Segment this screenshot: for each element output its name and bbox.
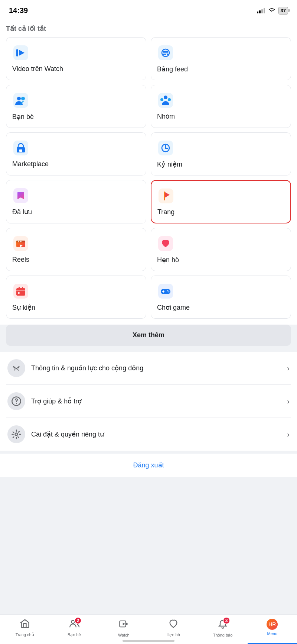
svg-point-45 <box>16 403 17 404</box>
shortcut-tile-watch[interactable]: Video trên Watch <box>6 37 146 80</box>
svg-rect-17 <box>19 149 22 152</box>
svg-rect-8 <box>13 93 28 108</box>
expand-label-settings: Cài đặt & quyền riêng tư <box>31 430 281 438</box>
watch-nav-icon <box>118 619 129 631</box>
svg-point-12 <box>164 96 167 99</box>
expand-label-community: Thông tin & nguồn lực cho cộng đồng <box>31 364 281 372</box>
home-icon <box>20 618 30 631</box>
bottom-nav: Trang chủ 2 Bạn bè Watch Hẹn hò 3 Thông … <box>0 614 297 644</box>
svg-point-14 <box>168 98 171 101</box>
expand-label-help: Trợ giúp & hỗ trợ <box>31 397 281 405</box>
svg-rect-51 <box>126 622 128 625</box>
shortcut-tile-friends[interactable]: Bạn bè <box>6 85 146 128</box>
shortcut-tile-groups[interactable]: Nhóm <box>151 85 291 128</box>
shortcut-tile-saved[interactable]: Đã lưu <box>6 180 146 223</box>
status-time: 14:39 <box>9 6 28 15</box>
shortcut-tile-marketplace[interactable]: Marketplace <box>6 132 146 176</box>
svg-point-46 <box>15 433 18 436</box>
shortcut-tile-pages[interactable]: Trang <box>151 180 291 223</box>
saved-icon <box>12 187 29 204</box>
shortcut-label-feed: Bảng feed <box>157 65 285 73</box>
events-icon: ★ <box>12 283 29 300</box>
chevron-down-icon-community: › <box>287 364 290 373</box>
dating-icon <box>157 235 174 252</box>
signal-bars-icon <box>257 7 265 13</box>
reels-icon <box>12 235 29 252</box>
svg-rect-34 <box>19 287 20 290</box>
status-icons: 37 <box>257 7 288 15</box>
nav-item-friends[interactable]: 2 Bạn bè <box>49 615 99 644</box>
nav-item-notifications[interactable]: 3 Thông báo <box>198 615 247 644</box>
svg-point-13 <box>160 98 163 101</box>
shortcut-label-memories: Kỷ niệm <box>157 160 285 168</box>
svg-marker-50 <box>123 622 125 625</box>
gaming-icon <box>157 283 174 300</box>
handshake-icon <box>7 359 25 377</box>
pages-icon <box>157 187 174 205</box>
page-title: Tất cả lối tắt <box>6 22 291 37</box>
wifi-icon <box>268 7 275 14</box>
svg-rect-41 <box>163 290 164 293</box>
svg-rect-32 <box>16 288 25 296</box>
user-avatar: HR <box>267 619 278 630</box>
watch-icon <box>12 44 29 61</box>
svg-rect-33 <box>16 290 25 291</box>
shortcut-tile-feed[interactable]: Bảng feed <box>151 37 291 80</box>
gear-icon <box>7 425 25 443</box>
nav-badge-notifications: 3 <box>223 617 230 624</box>
svg-rect-35 <box>22 287 23 290</box>
shortcut-tile-gaming[interactable]: Chơi game <box>151 276 291 319</box>
marketplace-icon <box>12 139 29 157</box>
home-indicator <box>123 640 174 642</box>
shortcut-label-marketplace: Marketplace <box>12 160 140 168</box>
header-section: Tất cả lối tắt <box>0 19 297 37</box>
svg-rect-2 <box>16 49 18 57</box>
svg-point-42 <box>167 290 169 292</box>
chevron-down-icon-settings: › <box>287 430 290 439</box>
shortcut-label-watch: Video trên Watch <box>12 65 140 73</box>
shortcut-label-dating: Hẹn hò <box>157 256 285 264</box>
shortcut-label-reels: Reels <box>12 256 140 264</box>
svg-point-43 <box>169 292 170 293</box>
feed-icon <box>157 44 174 61</box>
shortcut-label-pages: Trang <box>157 208 284 216</box>
shortcut-tile-reels[interactable]: Reels <box>6 228 146 271</box>
question-icon <box>7 392 25 410</box>
svg-rect-22 <box>164 191 165 200</box>
nav-label-menu: Menu <box>267 631 278 636</box>
groups-icon <box>157 92 174 109</box>
shortcut-label-groups: Nhóm <box>157 113 285 120</box>
shortcut-label-friends: Bạn bè <box>12 113 140 121</box>
logout-area: Đăng xuất <box>0 454 297 477</box>
nav-badge-friends: 2 <box>74 617 82 624</box>
shortcut-tile-dating[interactable]: Hẹn hò <box>151 228 291 271</box>
svg-point-10 <box>21 97 25 100</box>
shortcuts-grid: Video trên Watch Bảng feed Bạn bè Nhó <box>0 37 297 325</box>
svg-point-27 <box>18 241 19 242</box>
dating-nav-icon <box>168 618 179 631</box>
nav-label-friends: Bạn bè <box>68 632 81 637</box>
expand-row-community[interactable]: Thông tin & nguồn lực cho cộng đồng › <box>6 352 291 385</box>
friends-icon <box>12 92 29 109</box>
expand-row-settings[interactable]: Cài đặt & quyền riêng tư › <box>6 418 291 451</box>
shortcut-label-saved: Đã lưu <box>12 208 140 216</box>
memories-icon <box>157 139 174 157</box>
logout-button[interactable]: Đăng xuất <box>6 461 291 469</box>
nav-item-home[interactable]: Trang chủ <box>0 615 49 644</box>
expand-sections: Thông tin & nguồn lực cho cộng đồng › Tr… <box>0 352 297 451</box>
nav-label-watch: Watch <box>118 633 130 637</box>
nav-label-home: Trang chủ <box>16 632 34 637</box>
shortcut-label-gaming: Chơi game <box>157 303 285 312</box>
svg-rect-11 <box>158 93 173 108</box>
nav-item-menu[interactable]: HR Menu <box>248 615 297 644</box>
shortcut-tile-memories[interactable]: Kỷ niệm <box>151 132 291 176</box>
shortcut-tile-events[interactable]: ★ Sự kiện <box>6 276 146 319</box>
svg-point-28 <box>20 241 22 242</box>
svg-point-9 <box>17 97 21 100</box>
chevron-down-icon-help: › <box>287 397 290 406</box>
shortcut-label-events: Sự kiện <box>12 303 140 312</box>
see-more-button[interactable]: Xem thêm <box>6 325 291 346</box>
expand-row-help[interactable]: Trợ giúp & hỗ trợ › <box>6 385 291 418</box>
nav-label-notifications: Thông báo <box>213 633 233 637</box>
battery-icon: 37 <box>278 7 288 15</box>
